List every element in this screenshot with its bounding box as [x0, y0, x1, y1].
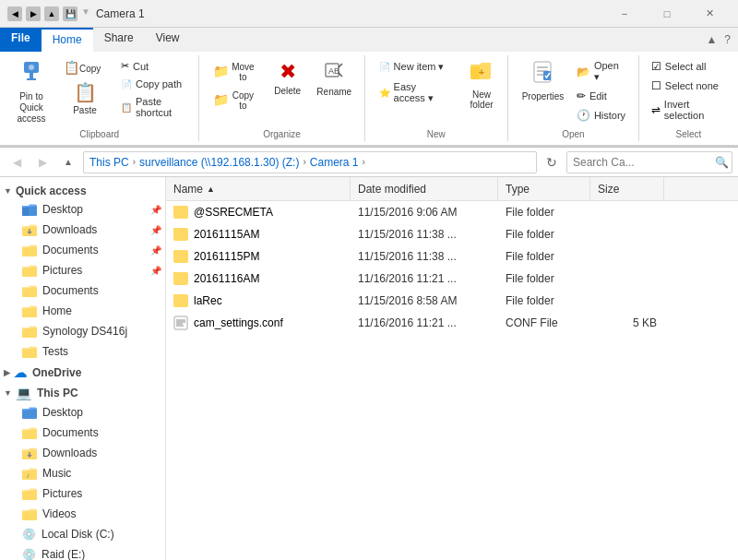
breadcrumb[interactable]: This PC › surveillance (\\192.168.1.30) … [83, 151, 537, 173]
select-all-icon: ☑ [651, 60, 661, 73]
sidebar-item-tests-qa[interactable]: Tests [0, 341, 165, 362]
organize-group: 📁 Move to 📁 Copy to ✖ Delete AB [199, 55, 364, 141]
minimize-button[interactable]: − [603, 0, 646, 28]
file-size-5: 5 KB [590, 316, 664, 329]
sidebar-item-home-qa[interactable]: Home [0, 301, 165, 321]
tab-home[interactable]: Home [42, 28, 93, 52]
file-row-3[interactable]: 20161116AM 11/16/2016 11:21 ... File fol… [166, 268, 738, 290]
conf-icon-5 [173, 316, 188, 330]
tab-share[interactable]: Share [93, 28, 145, 52]
clipboard-stack: 📋 Copy 📋 Paste [57, 57, 113, 118]
open-stack: 📂 Open ▾ ✏ Edit 🕐 History [572, 57, 631, 125]
file-type-5: CONF File [498, 316, 590, 329]
sidebar-item-documents-qa[interactable]: Documents 📌 [0, 240, 165, 260]
col-header-date[interactable]: Date modified [351, 177, 498, 200]
cut-button[interactable]: ✂ Cut [116, 57, 191, 75]
file-label-0: @SSRECMETA [194, 206, 273, 219]
select-all-button[interactable]: ☑ Select all [647, 57, 731, 76]
easy-access-button[interactable]: ⭐ Easy access ▾ [373, 77, 456, 108]
ribbon-expand-icon[interactable]: ▲ [706, 33, 717, 46]
sidebar-item-documents2-qa[interactable]: Documents [0, 280, 165, 301]
copy-button[interactable]: 📋 Copy [57, 57, 113, 77]
ribbon-content: Pin to Quickaccess 📋 Copy 📋 Paste ✂ [0, 52, 738, 147]
sidebar-item-music-pc[interactable]: ♪ Music [0, 463, 165, 483]
rename-button[interactable]: AB Rename [312, 57, 357, 100]
select-items: ☑ Select all ☐ Select none ⇌ Invert sele… [647, 57, 731, 127]
invert-selection-button[interactable]: ⇌ Invert selection [647, 96, 731, 124]
tab-view[interactable]: View [145, 28, 191, 52]
this-pc-header[interactable]: ▼ 💻 This PC [0, 382, 165, 402]
properties-label: Properties [522, 91, 565, 101]
type-header-label: Type [506, 183, 530, 196]
forward-button[interactable]: ▶ [31, 151, 54, 173]
sidebar-item-documents-pc[interactable]: Documents [0, 423, 165, 443]
select-group: ☑ Select all ☐ Select none ⇌ Invert sele… [639, 55, 738, 141]
breadcrumb-sep1: › [133, 157, 136, 167]
history-label: History [594, 110, 625, 121]
sidebar-item-raid-pc[interactable]: 💿 Raid (E:) [0, 544, 165, 560]
paste-button[interactable]: 📋 Paste [57, 78, 113, 118]
desktop-pin: 📌 [150, 205, 161, 215]
move-to-button[interactable]: 📁 Move to [207, 57, 263, 85]
move-icon: 📁 [213, 64, 229, 78]
copy-path-button[interactable]: 📄 Copy path [116, 76, 191, 92]
up-button[interactable]: ▲ [57, 151, 79, 173]
sidebar-item-desktop-qa[interactable]: Desktop 📌 [0, 199, 165, 220]
copy-to-button[interactable]: 📁 Copy to [207, 86, 263, 113]
breadcrumb-this-pc[interactable]: This PC [89, 156, 129, 169]
quick-access-header[interactable]: ▼ Quick access [0, 181, 165, 199]
new-folder-button[interactable]: + Newfolder [463, 57, 500, 113]
file-row-0[interactable]: @SSRECMETA 11/15/2016 9:06 AM File folde… [166, 201, 738, 223]
help-icon[interactable]: ? [724, 33, 731, 46]
select-none-button[interactable]: ☐ Select none [647, 77, 731, 95]
maximize-button[interactable]: □ [646, 0, 688, 28]
tab-file[interactable]: File [0, 28, 42, 52]
sidebar-item-pictures-qa[interactable]: Pictures 📌 [0, 260, 165, 280]
col-header-type[interactable]: Type [498, 177, 590, 200]
sidebar-item-downloads-pc[interactable]: Downloads [0, 443, 165, 463]
hdd-icon: 💿 [22, 528, 36, 541]
edit-icon: ✏ [577, 89, 586, 102]
file-date-2: 11/15/2016 11:38 ... [351, 250, 498, 263]
clipboard-extra: ✂ Cut 📄 Copy path 📋 Paste shortcut [116, 57, 191, 121]
search-input[interactable] [573, 156, 711, 169]
sidebar-item-videos-pc[interactable]: Videos [0, 504, 165, 524]
folder-icon-1 [173, 228, 188, 241]
paste-shortcut-button[interactable]: 📋 Paste shortcut [116, 93, 191, 121]
onedrive-header[interactable]: ▶ ☁ OneDrive [0, 362, 165, 382]
desktop-qa-label: Desktop [42, 203, 83, 216]
sidebar-item-pictures-pc[interactable]: Pictures [0, 483, 165, 504]
sidebar-item-desktop-pc[interactable]: Desktop [0, 402, 165, 423]
onedrive-icon: ☁ [14, 365, 27, 380]
pin-quick-button[interactable]: Pin to Quickaccess [7, 57, 55, 127]
breadcrumb-surveillance[interactable]: surveillance (\\192.168.1.30) (Z:) [139, 156, 299, 169]
file-row-2[interactable]: 20161115PM 11/15/2016 11:38 ... File fol… [166, 245, 738, 268]
breadcrumb-camera1[interactable]: Camera 1 [310, 156, 359, 169]
close-button[interactable]: ✕ [688, 0, 731, 28]
edit-button[interactable]: ✏ Edit [572, 87, 631, 105]
sidebar-item-downloads-qa[interactable]: Downloads 📌 [0, 220, 165, 240]
open-button[interactable]: 📂 Open ▾ [572, 57, 631, 86]
file-row-5[interactable]: cam_settings.conf 11/16/2016 11:21 ... C… [166, 312, 738, 334]
col-header-size[interactable]: Size [590, 177, 664, 200]
file-row-1[interactable]: 20161115AM 11/15/2016 11:38 ... File fol… [166, 223, 738, 245]
col-header-name[interactable]: Name ▲ [166, 177, 351, 200]
ribbon-tabs: File Home Share View ▲ ? [0, 28, 738, 52]
history-button[interactable]: 🕐 History [572, 106, 631, 125]
file-date-3: 11/16/2016 11:21 ... [351, 272, 498, 285]
properties-button[interactable]: Properties [516, 57, 570, 104]
file-row-4[interactable]: laRec 11/15/2016 8:58 AM File folder [166, 290, 738, 312]
copy-label: Copy [79, 64, 101, 74]
back-button[interactable]: ◀ [6, 151, 28, 173]
sidebar-item-synology-qa[interactable]: Synology DS416j [0, 321, 165, 341]
size-header-label: Size [598, 183, 619, 196]
file-date-1: 11/15/2016 11:38 ... [351, 228, 498, 241]
paste-icon: 📋 [74, 81, 97, 103]
cut-label: Cut [133, 61, 149, 72]
search-icon: 🔍 [715, 156, 729, 169]
date-header-label: Date modified [358, 183, 426, 196]
delete-button[interactable]: ✖ Delete [268, 57, 306, 99]
sidebar-item-localdisk-pc[interactable]: 💿 Local Disk (C:) [0, 524, 165, 544]
refresh-button[interactable]: ↻ [541, 151, 563, 173]
new-item-button[interactable]: 📄 New item ▾ [373, 57, 456, 77]
